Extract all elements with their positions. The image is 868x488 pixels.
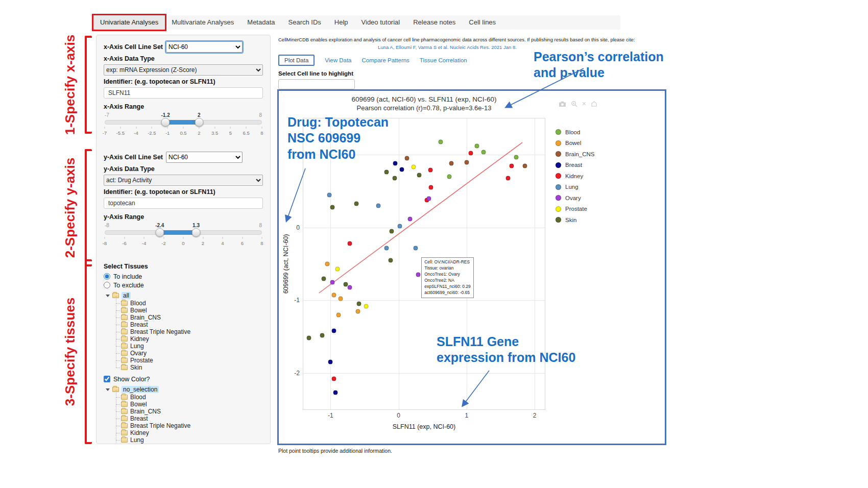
scatter-point-brain-cns[interactable] [464,160,469,164]
nav-tab-search-ids[interactable]: Search IDs [282,15,328,30]
tree-root-no-selection[interactable]: no_selection [106,385,263,394]
legend-entry-skin[interactable]: Skin [556,214,595,226]
legend-entry-prostate[interactable]: Prostate [556,204,595,215]
scatter-point-brain-cns[interactable] [449,161,454,166]
legend-entry-bowel[interactable]: Bowel [556,138,595,149]
scatter-point-bowel[interactable] [336,312,341,317]
scatter-point-breast[interactable] [333,391,337,395]
scatter-point-skin[interactable] [330,205,335,209]
scatter-point-breast[interactable] [331,329,336,333]
to-include-radio[interactable] [104,273,110,280]
show-color-row[interactable]: Show Color? [104,375,263,383]
scatter-point-blood[interactable] [447,175,452,179]
tree-item-breast[interactable]: Breast [114,415,263,422]
slider-handle-to[interactable] [195,118,203,127]
x-axis-identifier-input[interactable] [104,87,263,99]
scatter-point-skin[interactable] [388,258,393,262]
scatter-point-lung[interactable] [376,204,380,208]
scatter-point-kidney[interactable] [468,151,473,156]
tree-item-ovary[interactable]: Ovary [114,444,263,444]
scatter-point-ovary[interactable] [427,196,431,201]
scatter-point-kidney[interactable] [428,168,433,173]
scatter-point-skin[interactable] [306,336,311,340]
scatter-point-breast[interactable] [328,360,333,364]
to-exclude-radio[interactable] [104,282,110,288]
tree-item-brain-cns[interactable]: Brain_CNS [114,314,263,321]
show-color-checkbox[interactable] [104,376,110,382]
nav-tab-help[interactable]: Help [328,15,355,30]
scatter-point-ovary[interactable] [330,280,335,284]
zoom-icon[interactable] [571,101,577,107]
tree-item-breast-triple-negative[interactable]: Breast Triple Negative [114,422,263,429]
tree-item-blood[interactable]: Blood [114,300,263,307]
scatter-point-ovary[interactable] [416,273,421,277]
camera-icon[interactable] [559,101,566,107]
tree-item-breast-triple-negative[interactable]: Breast Triple Negative [114,328,263,335]
scatter-point-lung[interactable] [413,246,418,250]
scatter-point-prostate[interactable] [411,165,416,169]
tree-expand-icon[interactable] [106,295,110,297]
highlight-cell-line-input[interactable] [278,79,355,89]
scatter-point-kidney[interactable] [331,377,336,381]
tree-item-brain-cns[interactable]: Brain_CNS [114,408,263,415]
scatter-point-blood[interactable] [474,144,479,149]
scatter-point-bowel[interactable] [331,293,336,298]
scatter-point-bowel[interactable] [325,262,329,266]
y-axis-data-type-select[interactable]: act: Drug Activity [104,175,263,186]
tree-item-bowel[interactable]: Bowel [114,401,263,408]
reset-axes-icon[interactable] [591,101,597,107]
tree-item-kidney[interactable]: Kidney [114,429,263,436]
slider-track[interactable] [105,230,262,235]
y-axis-identifier-input[interactable] [104,198,263,209]
scatter-point-prostate[interactable] [364,304,368,308]
scatter-point-ovary[interactable] [347,285,352,289]
scatter-point-skin[interactable] [357,302,361,306]
scatter-point-blood[interactable] [439,139,443,144]
nav-tab-multivariate-analyses[interactable]: Multivariate Analyses [165,15,240,30]
tree-item-prostate[interactable]: Prostate [114,357,263,364]
slider-track[interactable] [105,120,262,125]
scatter-point-lung[interactable] [398,224,402,228]
nav-tab-video-tutorial[interactable]: Video tutorial [355,15,407,30]
tab-tissue-correlation[interactable]: Tissue Correlation [420,57,467,63]
scatter-point-lung[interactable] [327,192,331,197]
scatter-point-skin[interactable] [354,201,358,206]
scatter-point-skin[interactable] [417,173,421,178]
scatter-point-skin[interactable] [390,229,394,233]
tab-compare-patterns[interactable]: Compare Patterns [362,57,409,63]
scatter-point-skin[interactable] [343,282,348,286]
scatter-point-skin[interactable] [384,170,389,175]
legend-entry-breast[interactable]: Breast [556,160,595,171]
tree-expand-icon[interactable] [106,388,110,391]
tree-item-kidney[interactable]: Kidney [114,335,263,343]
scatter-point-skin[interactable] [392,176,397,180]
scatter-point-kidney[interactable] [347,241,352,246]
scatter-point-bowel[interactable] [339,297,343,301]
scatter-point-prostate[interactable] [335,266,340,271]
scatter-point-breast[interactable] [393,161,397,166]
slider-handle-from[interactable] [161,118,170,127]
legend-entry-kidney[interactable]: Kidney [556,170,595,182]
tree-item-skin[interactable]: Skin [114,364,263,371]
tab-plot-data[interactable]: Plot Data [278,55,315,66]
scatter-point-kidney[interactable] [509,163,514,168]
nav-tab-metadata[interactable]: Metadata [240,15,281,30]
scatter-point-blood[interactable] [481,150,486,154]
tree-item-lung[interactable]: Lung [114,343,263,350]
tree-item-bowel[interactable]: Bowel [114,307,263,314]
scatter-point-kidney[interactable] [429,185,433,190]
scatter-point-skin[interactable] [321,276,326,281]
x-axis-cell-line-set-select[interactable]: NCI-60 [166,41,243,53]
tree-item-breast[interactable]: Breast [114,321,263,328]
tree-root-all[interactable]: all [106,291,263,300]
scatter-point-lung[interactable] [384,246,389,250]
scatter-point-blood[interactable] [514,155,519,159]
scatter-point-bowel[interactable] [355,309,360,313]
pan-icon[interactable]: × [582,100,586,108]
scatter-point-skin[interactable] [320,333,325,337]
scatter-point-brain-cns[interactable] [523,163,527,168]
scatter-point-brain-cns[interactable] [404,156,409,161]
tab-view-data[interactable]: View Data [325,57,351,63]
radio-to-include[interactable]: To include [104,272,263,281]
nav-tab-release-notes[interactable]: Release notes [406,15,462,30]
